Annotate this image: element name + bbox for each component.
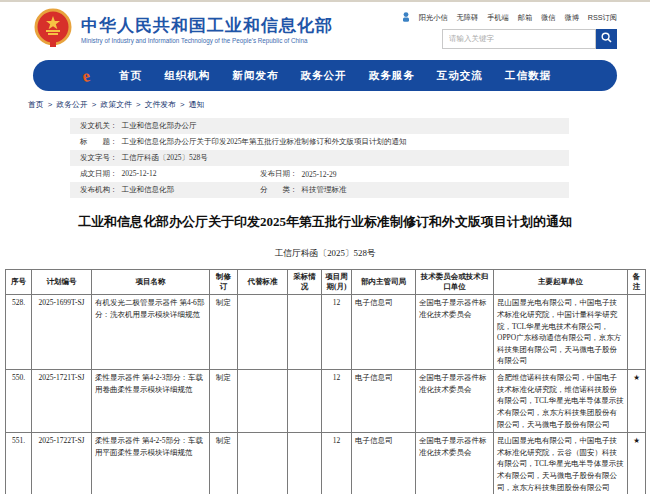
breadcrumb-policy-docs[interactable]: 政策文件 — [101, 100, 132, 109]
breadcrumb-gov-affairs[interactable]: 政务公开 — [57, 100, 88, 109]
search-button[interactable] — [596, 29, 617, 49]
cell-remark — [628, 295, 646, 370]
cell-department: 电子信息司 — [352, 433, 416, 494]
col-header-replaced-standard: 代替标准 — [238, 270, 288, 295]
cell-project-name: 有机发光二极管显示器件 第4-6部分：洗衣机用显示模块详细规范 — [92, 295, 210, 370]
cell-period: 12 — [322, 295, 352, 370]
cell-seq: 528. — [6, 295, 32, 370]
cell-adoption — [288, 295, 322, 370]
col-header-project-name: 项目名称 — [92, 270, 210, 295]
nav-item-news[interactable]: 新闻发布 — [232, 69, 278, 83]
search-bar — [442, 29, 617, 49]
meta-label: 标 题： — [80, 137, 118, 147]
table-row: 550. 2025-1721T-SJ 柔性显示器件 第4-2-3部分：车载用卷曲… — [6, 370, 646, 433]
cell-type: 制定 — [210, 370, 238, 433]
standard-plan-table: 序号 计划编号 项目名称 制修订 代替标准 采标情况 项目周期(月) 部内主管司… — [5, 269, 646, 494]
cell-replaced-standard — [238, 370, 288, 433]
cell-project-name: 柔性显示器件 第4-2-5部分：车载用平面柔性显示模块详细规范 — [92, 433, 210, 494]
cell-replaced-standard — [238, 295, 288, 370]
cell-period: 12 — [322, 433, 352, 494]
doc-meta-table: 发文机关： 工业和信息化部办公厅 标 题： 工业和信息化部办公厅关于印发2025… — [70, 118, 569, 198]
cell-committee: 全国电子显示器件标准化技术委员会 — [416, 295, 494, 370]
svg-text:e: e — [80, 65, 92, 85]
cell-plan-no: 2025-1722T-SJ — [32, 433, 92, 494]
document-number: 工信厅科函〔2025〕528号 — [0, 248, 650, 260]
cell-period: 12 — [322, 370, 352, 433]
search-input[interactable] — [442, 29, 596, 49]
cell-type: 制定 — [210, 433, 238, 494]
cell-type: 制定 — [210, 295, 238, 370]
quick-links: 阳光小信 无障碍 手机端 邮箱 微信 微博 RSS订阅 — [402, 12, 617, 24]
table-header-row: 序号 计划编号 项目名称 制修订 代替标准 采标情况 项目周期(月) 部内主管司… — [6, 270, 646, 295]
cell-drafters: 昆山国显光电有限公司，中国电子技术标准化研究院，云谷（固安）科技有限公司，TCL… — [494, 433, 628, 494]
meta-label: 发文字号： — [80, 153, 118, 163]
meta-label: 成文日期： — [80, 169, 118, 179]
cell-drafters: 昆山国显光电有限公司，中国电子技术标准化研究院，中国计量科学研究院，TCL华星光… — [494, 295, 628, 370]
nav-item-gov-services[interactable]: 政务服务 — [369, 69, 415, 83]
cell-drafters: 合肥维信诺科技有限公司，中国电子技术标准化研究院，维信诺科技股份有限公司，TCL… — [494, 370, 628, 433]
cell-remark: ★ — [628, 433, 646, 494]
document-title: 工业和信息化部办公厅关于印发2025年第五批行业标准制修订和外文版项目计划的通知 — [25, 212, 625, 231]
nav-item-gov-affairs[interactable]: 政务公开 — [300, 69, 346, 83]
col-header-department: 部内主管司局 — [352, 270, 416, 295]
cell-plan-no: 2025-1721T-SJ — [32, 370, 92, 433]
table-row: 528. 2025-1699T-SJ 有机发光二极管显示器件 第4-6部分：洗衣… — [6, 295, 646, 370]
nav-item-organization[interactable]: 组织机构 — [164, 69, 210, 83]
nav-item-miit-data[interactable]: 工信数据 — [505, 69, 551, 83]
nav-items: 首页 组织机构 新闻发布 政务公开 政务服务 互动交流 工信数据 — [97, 69, 599, 83]
quick-link-sunshine[interactable]: 阳光小信 — [419, 13, 448, 23]
breadcrumb-home[interactable]: 首页 — [28, 100, 44, 109]
meta-value: 工业和信息化部办公厅 — [122, 121, 197, 131]
site-brand: 中华人民共和国工业和信息化部 Ministry of Industry and … — [33, 8, 333, 52]
cell-seq: 550. — [6, 370, 32, 433]
quick-link-rss[interactable]: RSS订阅 — [588, 13, 617, 23]
meta-row-dates: 成文日期： 2025-12-12 发布日期： 2025-12-29 — [70, 166, 569, 182]
meta-label: 分 类： — [260, 185, 298, 195]
col-header-remark: 备注 — [628, 270, 646, 295]
quick-link-accessibility[interactable]: 无障碍 — [457, 13, 479, 23]
meta-value: 2025-12-29 — [302, 170, 337, 179]
brand-titles: 中华人民共和国工业和信息化部 Ministry of Industry and … — [81, 16, 333, 45]
col-header-plan-no: 计划编号 — [32, 270, 92, 295]
nav-item-interaction[interactable]: 互动交流 — [437, 69, 483, 83]
site-subtitle: Ministry of Industry and Information Tec… — [81, 37, 333, 44]
cell-committee: 全国电子显示器件标准化技术委员会 — [416, 433, 494, 494]
mascot-icon — [402, 12, 410, 24]
col-header-drafters: 主要起草单位 — [494, 270, 628, 295]
col-header-period: 项目周期(月) — [322, 270, 352, 295]
cell-committee: 全国电子显示器件标准化技术委员会 — [416, 370, 494, 433]
main-nav: e 首页 组织机构 新闻发布 政务公开 政务服务 互动交流 工信数据 — [33, 60, 617, 91]
meta-label: 发布机构： — [80, 185, 118, 195]
meta-value: 工业和信息化部办公厅关于印发2025年第五批行业标准制修订和外文版项目计划的通知 — [122, 137, 407, 147]
breadcrumb: 首页 > 政务公开 > 政策文件 > 文件发布 > 通知 — [28, 99, 617, 110]
miit-e-logo-icon: e — [75, 65, 97, 87]
quick-link-wechat[interactable]: 微信 — [541, 13, 555, 23]
quick-link-weibo[interactable]: 微博 — [564, 13, 578, 23]
cell-department: 电子信息司 — [352, 295, 416, 370]
quick-link-mobile[interactable]: 手机端 — [487, 13, 509, 23]
col-header-type: 制修订 — [210, 270, 238, 295]
meta-row-publisher-category: 发布机构： 工业和信息化部 分 类： 科技管理标准 — [70, 182, 569, 198]
search-icon — [601, 31, 612, 46]
meta-row-doc-number: 发文字号： 工信厅科函〔2025〕528号 — [70, 150, 569, 166]
col-header-adoption: 采标情况 — [288, 270, 322, 295]
meta-row-issuing-office: 发文机关： 工业和信息化部办公厅 — [70, 118, 569, 134]
meta-label: 发文机关： — [80, 121, 118, 131]
cell-remark: ★ — [628, 370, 646, 433]
col-header-seq: 序号 — [6, 270, 32, 295]
breadcrumb-notice[interactable]: 通知 — [189, 100, 205, 109]
meta-value: 工业和信息化部 — [122, 185, 175, 195]
breadcrumb-separator: > — [180, 100, 185, 109]
cell-adoption — [288, 370, 322, 433]
header-right: 阳光小信 无障碍 手机端 邮箱 微信 微博 RSS订阅 — [402, 12, 617, 49]
meta-label: 发布日期： — [260, 169, 298, 179]
breadcrumb-doc-release[interactable]: 文件发布 — [145, 100, 176, 109]
breadcrumb-separator: > — [136, 100, 141, 109]
cell-plan-no: 2025-1699T-SJ — [32, 295, 92, 370]
quick-link-mail[interactable]: 邮箱 — [518, 13, 532, 23]
breadcrumb-separator: > — [92, 100, 97, 109]
cell-seq: 551. — [6, 433, 32, 494]
site-title: 中华人民共和国工业和信息化部 — [81, 16, 333, 36]
nav-item-home[interactable]: 首页 — [119, 69, 142, 83]
national-emblem-icon — [33, 8, 73, 52]
